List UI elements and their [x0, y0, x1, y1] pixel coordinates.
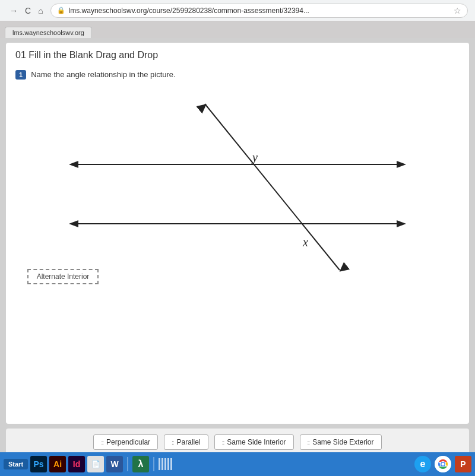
- angle-diagram: y x: [15, 87, 460, 289]
- main-content-area: 01 Fill in the Blank Drag and Drop 1 Nam…: [6, 43, 469, 424]
- taskbar-word-icon[interactable]: W: [106, 456, 123, 472]
- taskbar-photoshop-icon[interactable]: Ps: [30, 456, 47, 472]
- question-number-badge: 1: [15, 70, 26, 80]
- chip-same-side-exterior-label: Same Side Exterior: [312, 438, 373, 446]
- chip-perpendicular-label: Perpendicular: [106, 438, 150, 446]
- taskbar-divider-2: [153, 457, 154, 471]
- bookmark-star-icon[interactable]: ☆: [454, 6, 461, 15]
- ai-label: Ai: [53, 459, 62, 469]
- taskbar-divider: [127, 457, 128, 471]
- bar-3: [164, 458, 166, 470]
- answer-drop-zone[interactable]: Alternate Interior: [27, 269, 99, 284]
- w-label: W: [110, 459, 118, 469]
- svg-line-2: [205, 104, 340, 270]
- url-text: lms.wayneschoolswv.org/course/2599280238…: [69, 7, 309, 15]
- question-text: Name the angle relationship in the pictu…: [31, 70, 176, 79]
- diagram-area: y x Alternate Interior: [15, 87, 460, 289]
- lock-icon: 🔒: [57, 7, 65, 14]
- label-x: x: [302, 236, 308, 249]
- lambda-label: λ: [138, 459, 144, 469]
- start-button[interactable]: Start: [4, 459, 28, 469]
- chip-same-side-interior-label: Same Side Interior: [227, 438, 286, 446]
- taskbar-indesign-icon[interactable]: Id: [68, 456, 85, 472]
- drag-handle-icon: ::: [222, 439, 224, 446]
- drag-handle-icon: ::: [101, 439, 103, 446]
- chip-same-side-exterior[interactable]: :: Same Side Exterior: [300, 434, 382, 450]
- drag-handle-icon: ::: [308, 439, 310, 446]
- question-header-text: 01 Fill in the Blank Drag and Drop: [15, 50, 158, 60]
- drop-zone-answer: Alternate Interior: [37, 272, 90, 281]
- ppt-label: P: [460, 459, 466, 469]
- question-header: 01 Fill in the Blank Drag and Drop: [15, 50, 460, 61]
- taskbar-ie-icon[interactable]: e: [414, 456, 431, 472]
- file-label: 📄: [91, 460, 100, 468]
- taskbar: Start Ps Ai Id 📄 W λ e: [0, 452, 475, 476]
- reload-button[interactable]: C: [23, 5, 33, 17]
- ps-label: Ps: [34, 459, 44, 469]
- taskbar-illustrator-icon[interactable]: Ai: [49, 456, 66, 472]
- taskbar-right-icons: e P: [414, 456, 471, 472]
- drag-handle-icon: ::: [172, 439, 174, 446]
- browser-tab[interactable]: lms.wayneschoolswv.org: [5, 27, 92, 38]
- svg-point-6: [442, 463, 445, 466]
- chip-perpendicular[interactable]: :: Perpendicular: [93, 434, 158, 450]
- taskbar-bars-group: [159, 458, 172, 470]
- taskbar-powerpoint-icon[interactable]: P: [455, 456, 471, 472]
- label-y: y: [251, 151, 258, 164]
- bar-1: [159, 458, 160, 470]
- bar-2: [162, 458, 163, 470]
- taskbar-chrome-icon[interactable]: [435, 456, 451, 472]
- taskbar-file-icon[interactable]: 📄: [87, 456, 104, 472]
- browser-bar: → C ⌂ 🔒 lms.wayneschoolswv.org/course/25…: [0, 0, 475, 21]
- chip-same-side-interior[interactable]: :: Same Side Interior: [214, 434, 294, 450]
- chip-parallel[interactable]: :: Parallel: [164, 434, 208, 450]
- address-bar[interactable]: 🔒 lms.wayneschoolswv.org/course/25992802…: [50, 4, 468, 18]
- chip-parallel-label: Parallel: [177, 438, 201, 446]
- back-button[interactable]: →: [7, 5, 20, 17]
- tabs-row: lms.wayneschoolswv.org: [0, 21, 475, 38]
- bar-4: [167, 458, 169, 470]
- bar-5: [170, 458, 172, 470]
- id-label: Id: [73, 459, 80, 469]
- home-button[interactable]: ⌂: [36, 5, 45, 17]
- answer-row-1: :: Perpendicular :: Parallel :: Same Sid…: [15, 434, 460, 450]
- taskbar-lambda-icon[interactable]: λ: [132, 456, 149, 472]
- start-label: Start: [8, 461, 23, 468]
- nav-buttons: → C ⌂: [7, 5, 46, 17]
